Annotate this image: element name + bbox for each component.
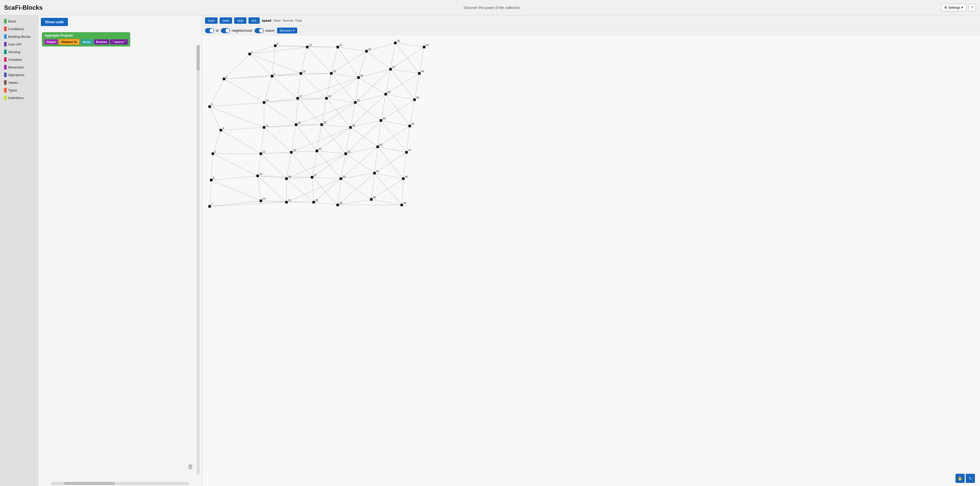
svg-text:49: 49 xyxy=(403,201,406,205)
sidebar-color-basic xyxy=(4,19,6,24)
svg-text:40: 40 xyxy=(379,143,382,147)
svg-line-36 xyxy=(264,127,291,153)
svg-rect-223 xyxy=(394,41,396,44)
cursor-tool-button[interactable]: ↖ xyxy=(966,474,975,483)
sidebar-color-types xyxy=(4,88,6,92)
svg-line-28 xyxy=(272,76,298,98)
svg-line-81 xyxy=(326,98,355,102)
svg-line-12 xyxy=(213,130,221,154)
svg-line-27 xyxy=(272,73,301,76)
sense-block[interactable]: Sense xyxy=(81,39,93,45)
sim-bottom-toolbar: ✋ ↖ xyxy=(956,474,975,483)
sidebar-item-definitions[interactable]: Definitions xyxy=(0,94,38,102)
start-button[interactable]: start xyxy=(220,18,232,24)
svg-rect-241 xyxy=(413,98,416,101)
distance-block[interactable]: Distance To xyxy=(59,39,80,45)
speed-slow[interactable]: Slow xyxy=(274,19,281,22)
sidebar-item-actuation[interactable]: Actuation xyxy=(0,56,38,63)
svg-line-128 xyxy=(390,69,414,100)
svg-line-40 xyxy=(261,154,286,179)
svg-text:10: 10 xyxy=(266,99,269,102)
svg-rect-185 xyxy=(296,97,299,100)
block-area[interactable]: Aggregate Program Output Distance To Sen… xyxy=(39,30,201,480)
svg-text:34: 34 xyxy=(342,175,345,178)
svg-text:36: 36 xyxy=(397,39,400,42)
svg-line-88 xyxy=(317,127,351,151)
neighborhood-toggle[interactable] xyxy=(221,28,230,33)
speed-fast[interactable]: Fast xyxy=(296,19,302,22)
export-toggle-group: export xyxy=(255,28,275,33)
svg-line-120 xyxy=(337,199,371,205)
aggregate-program-block[interactable]: Aggregate Program Output Distance To Sen… xyxy=(42,32,130,46)
sidebar-item-sensing[interactable]: Sensing xyxy=(0,48,38,56)
string-block[interactable]: " source " xyxy=(110,39,128,45)
network-svg: 1234567891011121314151617181920212223242… xyxy=(202,35,980,486)
svg-text:28: 28 xyxy=(315,199,318,202)
svg-text:45: 45 xyxy=(416,96,419,99)
sidebar-item-conditions[interactable]: Conditions xyxy=(0,25,38,33)
sidebar-item-values[interactable]: Values xyxy=(0,79,38,86)
app-subtitle: Discover the power of the collective xyxy=(464,6,520,10)
tick-button[interactable]: tick xyxy=(248,18,260,24)
speed-normal[interactable]: Normal xyxy=(283,19,293,22)
svg-text:24: 24 xyxy=(328,95,331,98)
svg-line-90 xyxy=(317,151,341,178)
svg-line-23 xyxy=(272,46,275,76)
workspace-canvas[interactable]: Aggregate Program Output Distance To Sen… xyxy=(39,30,201,480)
svg-text:18: 18 xyxy=(298,121,301,124)
svg-line-101 xyxy=(358,69,390,78)
help-button[interactable]: ? xyxy=(969,4,976,11)
svg-line-17 xyxy=(213,154,258,176)
network-canvas[interactable]: 1234567891011121314151617181920212223242… xyxy=(202,35,980,486)
sidebar-item-types[interactable]: Types xyxy=(0,86,38,94)
svg-rect-203 xyxy=(316,150,318,152)
show-code-button[interactable]: Show code xyxy=(41,18,68,26)
sidebar-label-movement: Movement xyxy=(8,65,24,69)
svg-rect-189 xyxy=(290,151,293,153)
svg-text:38: 38 xyxy=(387,91,390,94)
stop-button[interactable]: stop xyxy=(234,18,247,24)
svg-text:42: 42 xyxy=(373,196,376,199)
sidebar-item-operations[interactable]: Operations xyxy=(0,71,38,79)
load-button[interactable]: load xyxy=(205,18,218,24)
svg-text:41: 41 xyxy=(376,170,379,173)
svg-line-146 xyxy=(371,199,402,205)
svg-line-126 xyxy=(390,47,424,69)
sidebar-item-building-blocks[interactable]: Building Blocks xyxy=(0,33,38,40)
vertical-scrollbar[interactable] xyxy=(197,45,200,475)
svg-line-142 xyxy=(375,152,407,173)
sensors-button[interactable]: Sensors ▾ xyxy=(277,27,297,33)
trash-icon[interactable]: 🗑 xyxy=(188,463,196,472)
svg-line-138 xyxy=(378,126,410,147)
svg-text:48: 48 xyxy=(405,175,408,178)
svg-line-71 xyxy=(286,179,341,202)
export-toggle[interactable] xyxy=(255,28,264,33)
svg-rect-245 xyxy=(405,151,408,153)
svg-line-77 xyxy=(331,73,358,77)
boolean-block[interactable]: Boolean xyxy=(94,39,109,45)
svg-line-13 xyxy=(221,127,264,130)
svg-line-96 xyxy=(313,202,337,205)
svg-text:27: 27 xyxy=(313,174,317,177)
svg-line-64 xyxy=(291,152,312,177)
sidebar-item-movement[interactable]: Movement xyxy=(0,63,38,71)
svg-line-50 xyxy=(307,47,331,73)
svg-rect-175 xyxy=(260,153,262,155)
svg-text:2: 2 xyxy=(226,75,227,78)
svg-line-10 xyxy=(210,102,264,107)
sidebar: BasicConditionsBuilding BlocksUser-APISe… xyxy=(0,15,38,486)
horizontal-scrollbar[interactable] xyxy=(51,482,189,485)
horizontal-scrollbar-thumb[interactable] xyxy=(64,482,115,485)
id-toggle[interactable] xyxy=(205,28,214,33)
svg-text:20: 20 xyxy=(288,175,291,178)
svg-line-150 xyxy=(407,126,410,152)
sidebar-item-user-api[interactable]: User-API xyxy=(0,40,38,48)
vertical-scrollbar-thumb[interactable] xyxy=(197,45,200,70)
svg-rect-181 xyxy=(306,46,309,48)
settings-button[interactable]: ⚙ Settings ▾ xyxy=(941,4,966,11)
hand-tool-button[interactable]: ✋ xyxy=(956,474,965,483)
sidebar-item-basic[interactable]: Basic xyxy=(0,18,38,25)
output-block[interactable]: Output xyxy=(45,39,58,45)
svg-line-2 xyxy=(250,54,272,76)
svg-text:15: 15 xyxy=(309,43,312,46)
